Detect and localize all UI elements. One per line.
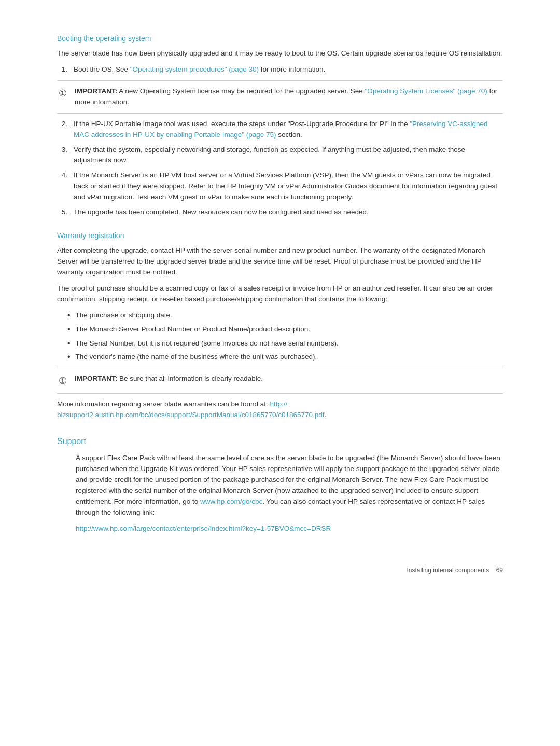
important-icon-2: ① [57, 374, 68, 388]
step-num-1: 1. [57, 64, 67, 75]
step-2-text: If the HP-UX Portable Image tool was use… [74, 119, 503, 141]
booting-step-2: 2. If the HP-UX Portable Image tool was … [57, 119, 503, 141]
booting-heading: Booting the operating system [57, 33, 503, 44]
hp-contact-link[interactable]: http://www.hp.com/large/contact/enterpri… [76, 524, 331, 532]
footer-label: Installing internal components [407, 567, 489, 574]
bullet-4: The vendor's name (the name of the busin… [67, 352, 503, 363]
bullet-4-text: The vendor's name (the name of the busin… [76, 352, 317, 363]
step-3-text: Verify that the system, especially netwo… [74, 145, 503, 167]
important-content-2: Be sure that all information is clearly … [119, 375, 263, 382]
booting-step-4: 4. If the Monarch Server is an HP VM hos… [57, 170, 503, 203]
important-icon-1: ① [57, 87, 68, 101]
important-text-2: IMPORTANT: Be sure that all information … [75, 374, 263, 384]
booting-list-2: 2. If the HP-UX Portable Image tool was … [57, 119, 503, 218]
bullet-1-text: The purchase or shipping date. [76, 310, 172, 321]
step-1-text: Boot the OS. See "Operating system proce… [74, 64, 325, 75]
bullet-3-text: The Serial Number, but it is not require… [76, 338, 339, 349]
step-4-text: If the Monarch Server is an HP VM host s… [74, 170, 503, 203]
warranty-more: More information regarding server blade … [57, 399, 503, 421]
warranty-heading: Warranty registration [57, 230, 503, 241]
bullet-2-text: The Monarch Server Product Number or Pro… [76, 324, 310, 335]
step-num-4: 4. [57, 170, 67, 203]
warranty-url-link[interactable]: http://bizsupport2.austin.hp.com/bc/docs… [57, 400, 325, 419]
step-5-text: The upgrade has been completed. New reso… [74, 207, 369, 218]
important-content-1: A new Operating System license may be re… [75, 87, 497, 106]
important-label-2: IMPORTANT: [75, 375, 117, 382]
important-block-2: ① IMPORTANT: Be sure that all informatio… [57, 368, 503, 394]
step-num-3: 3. [57, 145, 67, 167]
portable-image-link[interactable]: "Preserving VC-assigned MAC addresses in… [74, 120, 488, 139]
bullet-1: The purchase or shipping date. [67, 310, 503, 321]
page-container: Booting the operating system The server … [26, 0, 534, 606]
footer-text: Installing internal components 69 [407, 565, 503, 575]
footer-page-number: 69 [496, 567, 503, 574]
os-licenses-link[interactable]: "Operating System Licenses" (page 70) [365, 87, 487, 95]
booting-step-3: 3. Verify that the system, especially ne… [57, 145, 503, 167]
booting-intro: The server blade has now been physically… [57, 48, 503, 59]
booting-list-1: 1. Boot the OS. See "Operating system pr… [57, 64, 503, 75]
support-heading: Support [57, 435, 503, 448]
booting-step-5: 5. The upgrade has been completed. New r… [57, 207, 503, 218]
important-block-1: ① IMPORTANT: A new Operating System lice… [57, 80, 503, 114]
bullet-2: The Monarch Server Product Number or Pro… [67, 324, 503, 335]
support-para: A support Flex Care Pack with at least t… [76, 453, 503, 518]
support-link-para: http://www.hp.com/large/contact/enterpri… [76, 523, 503, 534]
booting-step-1: 1. Boot the OS. See "Operating system pr… [57, 64, 503, 75]
bullet-3: The Serial Number, but it is not require… [67, 338, 503, 349]
warranty-bullet-list: The purchase or shipping date. The Monar… [67, 310, 503, 363]
os-procedures-link[interactable]: "Operating system procedures" (page 30) [130, 65, 259, 73]
step-num-2: 2. [57, 119, 67, 141]
warranty-para-1: After completing the upgrade, contact HP… [57, 245, 503, 278]
important-text-1: IMPORTANT: A new Operating System licens… [75, 86, 503, 108]
warranty-para-2: The proof of purchase should be a scanne… [57, 283, 503, 305]
important-label-1: IMPORTANT: [75, 87, 117, 95]
step-num-5: 5. [57, 207, 67, 218]
hp-cpc-link[interactable]: www.hp.com/go/cpc [200, 498, 262, 505]
page-footer: Installing internal components 69 [57, 565, 503, 575]
